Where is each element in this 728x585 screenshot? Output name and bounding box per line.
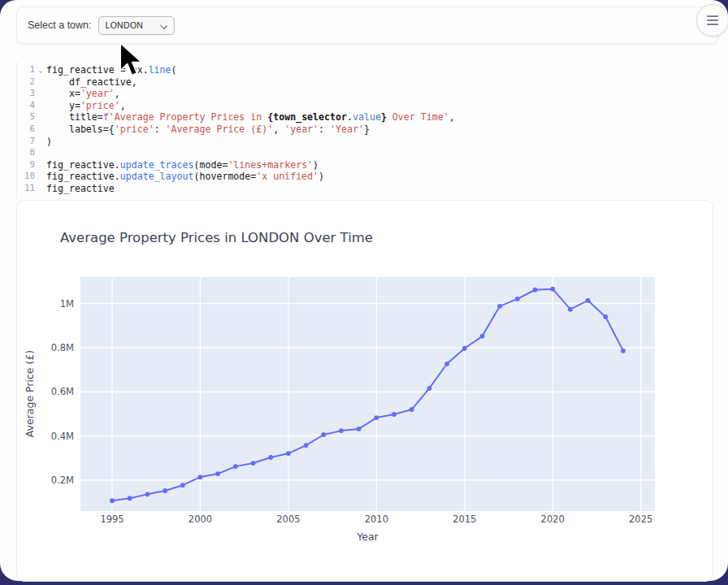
code-text: fig_reactive = px.line( — [46, 64, 719, 76]
line-number: 10 — [17, 171, 35, 183]
data-point[interactable] — [603, 314, 608, 319]
data-point[interactable] — [515, 297, 520, 301]
line-number: 7 — [17, 136, 35, 148]
town-select-value: LONDON — [106, 20, 161, 30]
x-tick-label: 2015 — [453, 514, 476, 525]
data-point[interactable] — [198, 474, 203, 479]
chevron-down-icon — [161, 22, 167, 28]
fold-spacer — [35, 171, 46, 183]
line-number: 9 — [17, 159, 35, 171]
y-tick-label: 1M — [60, 298, 74, 310]
code-text: y='price', — [46, 100, 719, 112]
fold-spacer — [35, 124, 46, 136]
data-point[interactable] — [533, 288, 538, 292]
code-line[interactable]: 8 — [17, 147, 719, 159]
data-point[interactable] — [268, 455, 273, 460]
line-number: 4 — [17, 100, 35, 112]
line-number: 2 — [17, 76, 35, 89]
data-point[interactable] — [110, 498, 115, 503]
data-point[interactable] — [427, 386, 432, 391]
x-tick-label: 2005 — [276, 514, 300, 525]
menu-button[interactable] — [696, 4, 728, 37]
code-text — [46, 147, 719, 159]
x-axis-title: Year — [80, 531, 655, 543]
data-point[interactable] — [462, 346, 467, 351]
fold-spacer — [35, 183, 46, 195]
code-line[interactable]: 9fig_reactive.update_traces(mode='lines+… — [17, 159, 719, 171]
line-number: 8 — [17, 147, 35, 159]
fold-arrow-icon[interactable]: ⌄ — [35, 64, 46, 76]
town-select-dropdown[interactable]: LONDON — [98, 16, 175, 35]
data-point[interactable] — [321, 432, 326, 437]
fold-spacer — [35, 88, 46, 100]
x-tick-label: 1995 — [100, 514, 124, 525]
data-point[interactable] — [374, 415, 379, 420]
data-point[interactable] — [180, 483, 185, 488]
fold-spacer — [35, 100, 46, 112]
code-text: fig_reactive.update_traces(mode='lines+m… — [46, 159, 719, 171]
code-editor[interactable]: 1⌄fig_reactive = px.line(2 df_reactive,3… — [16, 62, 719, 199]
y-axis-title: Average Price (£) — [24, 313, 36, 475]
x-tick-label: 2010 — [365, 514, 388, 525]
data-point[interactable] — [339, 428, 344, 433]
x-tick-label: 2000 — [188, 514, 212, 525]
code-text: labels={'price': 'Average Price (£)', 'y… — [46, 124, 719, 136]
fold-spacer — [35, 159, 46, 171]
chart-card: 19952000200520102015202020250.2M0.4M0.6M… — [16, 200, 713, 582]
y-tick-label: 0.8M — [51, 342, 74, 353]
code-line[interactable]: 3 x='year', — [17, 88, 719, 100]
fold-spacer — [35, 136, 46, 148]
y-tick-label: 0.4M — [51, 431, 74, 442]
data-point[interactable] — [357, 427, 362, 431]
data-point[interactable] — [550, 287, 555, 292]
data-point[interactable] — [251, 461, 256, 466]
price-line-chart[interactable]: 19952000200520102015202020250.2M0.4M0.6M… — [17, 201, 713, 581]
line-number: 6 — [17, 124, 35, 136]
code-line[interactable]: 6 labels={'price': 'Average Price (£)', … — [17, 124, 719, 136]
line-number: 11 — [17, 183, 35, 195]
y-tick-label: 0.2M — [51, 474, 74, 486]
code-text: df_reactive, — [46, 76, 719, 89]
code-line[interactable]: 4 y='price', — [17, 100, 719, 112]
data-point[interactable] — [233, 464, 238, 469]
data-point[interactable] — [392, 412, 396, 417]
line-number: 5 — [17, 111, 35, 124]
chart-title: Average Property Prices in LONDON Over T… — [60, 230, 373, 245]
code-line[interactable]: 5 title=f'Average Property Prices in {to… — [17, 111, 719, 124]
code-line[interactable]: 10fig_reactive.update_layout(hovermode='… — [17, 171, 719, 183]
data-point[interactable] — [304, 443, 309, 448]
code-text: ) — [46, 136, 719, 148]
data-point[interactable] — [128, 496, 132, 500]
x-tick-label: 2020 — [541, 514, 565, 525]
data-point[interactable] — [215, 471, 220, 476]
data-point[interactable] — [145, 492, 150, 496]
data-point[interactable] — [586, 298, 591, 303]
fold-spacer — [35, 147, 46, 159]
select-town-label: Select a town: — [28, 20, 92, 31]
code-line[interactable]: 7) — [17, 136, 719, 148]
line-number: 1 — [17, 64, 35, 76]
data-point[interactable] — [162, 488, 167, 493]
code-text: title=f'Average Property Prices in {town… — [46, 111, 719, 124]
town-selector-panel: Select a town: LONDON — [16, 6, 718, 44]
data-point[interactable] — [444, 362, 449, 366]
code-text: x='year', — [46, 88, 719, 100]
app-window: Select a town: LONDON 1⌄fig_reactive = p… — [0, 0, 728, 581]
y-tick-label: 0.6M — [51, 386, 74, 397]
data-point[interactable] — [286, 451, 291, 456]
data-point[interactable] — [497, 304, 502, 309]
data-point[interactable] — [480, 334, 485, 339]
data-point[interactable] — [410, 407, 414, 412]
data-point[interactable] — [621, 349, 626, 353]
code-text: fig_reactive.update_layout(hovermode='x … — [46, 171, 719, 183]
code-line[interactable]: 11fig_reactive — [17, 183, 719, 195]
data-point[interactable] — [568, 307, 573, 312]
code-text: fig_reactive — [46, 183, 719, 195]
line-number: 3 — [17, 88, 35, 100]
plot-area[interactable] — [80, 277, 655, 511]
mouse-cursor — [119, 42, 145, 81]
fold-spacer — [35, 111, 46, 124]
x-tick-label: 2025 — [629, 514, 652, 525]
fold-spacer — [35, 76, 46, 89]
